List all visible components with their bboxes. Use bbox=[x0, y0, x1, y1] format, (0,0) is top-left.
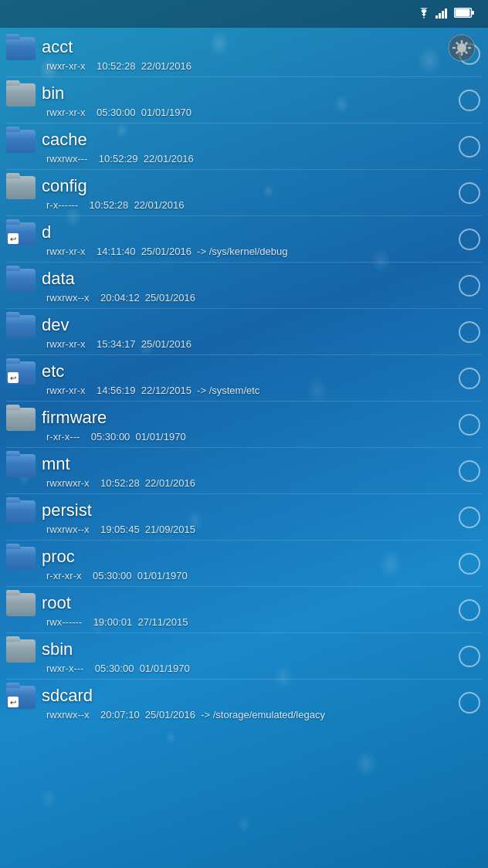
file-name: etc bbox=[42, 361, 64, 381]
select-checkbox[interactable] bbox=[459, 599, 480, 621]
file-name: dev bbox=[42, 315, 69, 335]
select-checkbox[interactable] bbox=[459, 692, 480, 714]
file-meta: rwxrwx--x 19:05:45 21/09/2015 bbox=[6, 524, 488, 538]
status-bar bbox=[0, 0, 488, 28]
list-item[interactable]: config r-x------ 10:52:28 22/01/2016 bbox=[0, 170, 488, 215]
file-meta: rwxr-x--- 05:30:00 01/01/1970 bbox=[6, 663, 488, 677]
file-name: data bbox=[42, 269, 75, 289]
svg-rect-2 bbox=[442, 11, 444, 19]
file-meta: r-x------ 10:52:28 22/01/2016 bbox=[6, 199, 488, 214]
file-meta: rwxrwxr-x 10:52:28 22/01/2016 bbox=[6, 477, 488, 492]
list-item[interactable]: cache rwxrwx--- 10:52:29 22/01/2016 bbox=[0, 124, 488, 169]
status-right bbox=[408, 8, 479, 21]
file-meta: rwxr-xr-x 14:11:40 25/01/2016 -> /sys/ke… bbox=[6, 246, 488, 260]
file-meta: rwx------ 19:00:01 27/11/2015 bbox=[6, 616, 488, 631]
file-list: acct rwxr-xr-x 10:52:28 22/01/2016 bin r… bbox=[0, 28, 488, 868]
list-item[interactable]: bin rwxr-xr-x 05:30:00 01/01/1970 bbox=[0, 77, 488, 123]
folder-icon bbox=[6, 497, 36, 524]
select-checkbox[interactable] bbox=[459, 553, 480, 575]
file-name: proc bbox=[42, 547, 75, 567]
list-item[interactable]: data rwxrwx--x 20:04:12 25/01/2016 bbox=[0, 263, 488, 308]
folder-icon bbox=[6, 405, 36, 431]
list-item[interactable]: ↩ sdcard rwxrwx--x 20:07:10 25/01/2016 -… bbox=[0, 680, 488, 725]
svg-rect-6 bbox=[456, 9, 470, 17]
file-name: bin bbox=[42, 83, 64, 103]
folder-icon bbox=[6, 173, 36, 199]
list-item[interactable]: ↩ d rwxr-xr-x 14:11:40 25/01/2016 -> /sy… bbox=[0, 216, 488, 262]
list-item[interactable]: dev rwxr-xr-x 15:34:17 25/01/2016 bbox=[0, 309, 488, 354]
signal-icon bbox=[435, 8, 449, 21]
file-name: cache bbox=[42, 130, 87, 150]
file-name: sdcard bbox=[42, 686, 93, 706]
file-meta: rwxr-xr-x 05:30:00 01/01/1970 bbox=[6, 107, 488, 121]
svg-rect-1 bbox=[439, 13, 441, 19]
file-meta: r-xr-x--- 05:30:00 01/01/1970 bbox=[6, 431, 488, 446]
file-meta: r-xr-xr-x 05:30:00 01/01/1970 bbox=[6, 570, 488, 585]
file-name: config bbox=[42, 176, 87, 196]
file-name: sbin bbox=[42, 639, 73, 659]
file-meta: rwxr-xr-x 14:56:19 22/12/2015 -> /system… bbox=[6, 385, 488, 399]
select-checkbox[interactable] bbox=[459, 507, 480, 528]
file-meta: rwxr-xr-x 10:52:28 22/01/2016 bbox=[6, 60, 488, 75]
select-checkbox[interactable] bbox=[459, 368, 480, 389]
svg-rect-5 bbox=[472, 11, 474, 15]
file-name: mnt bbox=[42, 454, 70, 474]
select-checkbox[interactable] bbox=[459, 646, 480, 667]
folder-icon bbox=[6, 127, 36, 153]
folder-link-icon: ↩ bbox=[6, 358, 36, 385]
folder-icon bbox=[6, 590, 36, 616]
svg-rect-3 bbox=[445, 8, 447, 19]
list-item[interactable]: proc r-xr-xr-x 05:30:00 01/01/1970 bbox=[0, 541, 488, 586]
file-meta: rwxr-xr-x 15:34:17 25/01/2016 bbox=[6, 338, 488, 353]
svg-rect-0 bbox=[435, 15, 438, 19]
folder-icon bbox=[6, 636, 36, 663]
select-checkbox[interactable] bbox=[459, 182, 480, 204]
folder-icon bbox=[6, 266, 36, 292]
list-item[interactable]: ↩ etc rwxr-xr-x 14:56:19 22/12/2015 -> /… bbox=[0, 355, 488, 401]
list-item[interactable]: acct rwxr-xr-x 10:52:28 22/01/2016 bbox=[0, 31, 488, 76]
file-name: acct bbox=[42, 37, 73, 57]
folder-icon bbox=[6, 80, 36, 107]
file-meta: rwxrwx--x 20:04:12 25/01/2016 bbox=[6, 292, 488, 307]
folder-icon bbox=[6, 451, 36, 477]
select-checkbox[interactable] bbox=[459, 90, 480, 111]
folder-link-icon: ↩ bbox=[6, 219, 36, 246]
folder-icon bbox=[6, 312, 36, 338]
list-item[interactable]: root rwx------ 19:00:01 27/11/2015 bbox=[0, 587, 488, 632]
folder-icon bbox=[6, 544, 36, 570]
file-name: persist bbox=[42, 500, 92, 520]
file-name: d bbox=[42, 222, 51, 242]
select-checkbox[interactable] bbox=[459, 460, 480, 482]
select-checkbox[interactable] bbox=[459, 321, 480, 343]
file-meta: rwxrwx--- 10:52:29 22/01/2016 bbox=[6, 153, 488, 168]
select-checkbox[interactable] bbox=[459, 136, 480, 158]
settings-button[interactable] bbox=[445, 31, 479, 65]
select-checkbox[interactable] bbox=[459, 275, 480, 297]
list-item[interactable]: firmware r-xr-x--- 05:30:00 01/01/1970 bbox=[0, 402, 488, 447]
list-item[interactable]: sbin rwxr-x--- 05:30:00 01/01/1970 bbox=[0, 633, 488, 679]
file-meta: rwxrwx--x 20:07:10 25/01/2016 -> /storag… bbox=[6, 709, 488, 724]
battery-icon bbox=[454, 8, 474, 20]
select-checkbox[interactable] bbox=[459, 414, 480, 436]
select-checkbox[interactable] bbox=[459, 229, 480, 250]
file-name: root bbox=[42, 593, 71, 613]
file-name: firmware bbox=[42, 408, 107, 428]
folder-link-icon: ↩ bbox=[6, 683, 36, 709]
list-item[interactable]: mnt rwxrwxr-x 10:52:28 22/01/2016 bbox=[0, 448, 488, 493]
wifi-icon bbox=[417, 8, 431, 21]
folder-icon bbox=[6, 34, 36, 60]
list-item[interactable]: persist rwxrwx--x 19:05:45 21/09/2015 bbox=[0, 494, 488, 540]
